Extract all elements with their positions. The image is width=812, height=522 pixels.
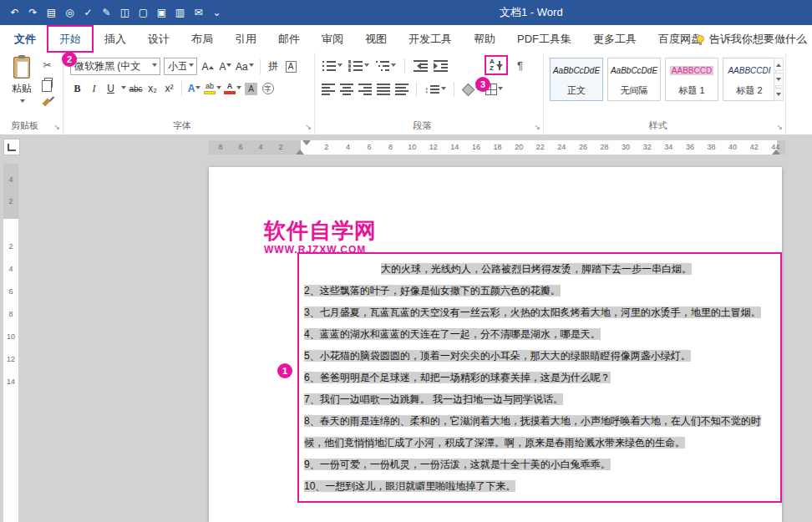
tab-design[interactable]: 设计 <box>137 25 180 53</box>
increase-indent-button[interactable] <box>434 60 448 72</box>
paragraph-line[interactable]: 7、我们一边唱歌一边跳舞。 我一边扫地一边与同学说话。 <box>304 388 775 410</box>
ruler-number: 26 <box>572 140 594 155</box>
tell-me-box[interactable]: 告诉我你想要做什么 <box>697 25 810 53</box>
paragraph-line[interactable]: 4、蓝蓝的湖水和蓝蓝的天连在了一起，分不清哪是湖水，哪是天。 <box>304 323 775 345</box>
shrink-font-button[interactable]: A <box>218 58 232 75</box>
chevron-down-icon <box>121 86 126 92</box>
undo-icon[interactable]: ↶ <box>8 4 21 21</box>
line-spacing-button[interactable]: ↕ <box>424 84 446 94</box>
tab-view[interactable]: 视图 <box>354 25 398 53</box>
highlighted-text: 2、这些飘落的叶子，好像是仙女撒下的五颜六色的花瓣。 <box>304 285 561 296</box>
enclose-characters-button[interactable]: 字 <box>261 80 275 97</box>
multilevel-list-button[interactable] <box>375 60 396 72</box>
paste-button[interactable]: 粘贴 <box>6 57 38 115</box>
tab-help[interactable]: 帮助 <box>463 25 506 53</box>
clipboard-dialog-launcher[interactable]: ↘ <box>53 124 60 131</box>
spellcheck-icon[interactable]: ✓ <box>82 4 94 21</box>
tab-layout[interactable]: 布局 <box>180 25 224 53</box>
paragraph-line[interactable]: 3、七月盛夏，瓦蓝瓦蓝的天空没有一丝云彩，火热的太阳炙烤着大地，河里的水烫手，地… <box>304 302 775 323</box>
styles-dialog-launcher[interactable]: ↘ <box>776 124 783 131</box>
address-book-icon[interactable]: ◫ <box>119 4 131 21</box>
tab-stop-selector[interactable] <box>3 139 20 155</box>
tab-file[interactable]: 文件 <box>3 25 47 53</box>
paragraph-line[interactable]: 9、一份可爱，一份机灵，一份活泼，这就是十全十美的小白兔乖乖。 <box>304 454 775 475</box>
ruler-number: 18 <box>487 140 509 155</box>
draw-icon[interactable]: ✎ <box>100 4 113 21</box>
ruler-number: 40 <box>722 140 743 155</box>
new-document-icon[interactable]: ▢ <box>137 4 150 21</box>
style-scroll-up-button[interactable] <box>774 58 784 71</box>
tab-home[interactable]: 开始 <box>47 25 94 53</box>
superscript-button[interactable]: x² <box>162 80 176 97</box>
subscript-button[interactable]: x₂ <box>145 80 160 97</box>
font-color-button[interactable]: A <box>224 80 241 97</box>
numbering-button[interactable] <box>348 60 369 72</box>
character-border-button[interactable]: A <box>284 58 298 75</box>
selected-text-block[interactable]: 大的火球，光线灼人，公路被烈日烤得发烫，脚踏下去一步一串白烟。2、这些飘落的叶子… <box>297 252 782 503</box>
tab-pdf-tools[interactable]: PDF工具集 <box>506 25 582 53</box>
phonetic-guide-button[interactable]: 拼 <box>266 58 281 75</box>
italic-button[interactable]: I <box>87 80 101 97</box>
save-icon[interactable]: ▤ <box>45 4 58 21</box>
align-center-button[interactable] <box>340 84 353 95</box>
bullets-button[interactable] <box>322 60 343 72</box>
grow-font-button[interactable]: A <box>200 58 215 75</box>
right-indent-marker[interactable] <box>772 145 780 155</box>
font-size-combobox[interactable]: 小五 <box>164 58 197 75</box>
document-page[interactable]: 软件自学网 WWW.RJZXW.COM 大的火球，光线灼人，公路被烈日烤得发烫，… <box>209 167 782 522</box>
paragraph-line[interactable]: 5、小花猫的脑袋圆圆的，顶着一对尖尖的小耳朵，那大大的绿眼睛瞪得像两盏小绿灯。 <box>304 345 775 367</box>
chevron-down-icon <box>195 86 200 92</box>
font-dialog-launcher[interactable]: ↘ <box>305 124 312 131</box>
ruler-number: 10 <box>401 140 423 155</box>
text-effects-button[interactable]: A <box>187 80 201 97</box>
underline-button[interactable]: U <box>104 80 118 97</box>
copy-icon[interactable] <box>44 78 53 88</box>
style-no-spacing[interactable]: AaBbCcDdE 无间隔 <box>607 58 661 101</box>
quick-access-toolbar: ↶↷▤◎✓✎◫▢▣▥✉⌄ <box>0 4 223 21</box>
highlighted-text: 10、一想到这儿，眼泪就噼里啪啦地掉了下来。 <box>304 480 515 492</box>
style-gallery-more-button[interactable] <box>774 88 784 101</box>
hanging-indent-marker[interactable] <box>296 145 304 155</box>
redo-icon[interactable]: ↷ <box>27 4 39 21</box>
print-preview-icon[interactable]: ◎ <box>63 4 76 21</box>
paragraph-line[interactable]: 10、一想到这儿，眼泪就噼里啪啦地掉了下来。 <box>304 475 775 497</box>
tab-review[interactable]: 审阅 <box>311 25 354 53</box>
format-painter-icon[interactable] <box>42 95 53 106</box>
align-right-button[interactable] <box>358 84 372 95</box>
tab-mailings[interactable]: 邮件 <box>267 25 311 53</box>
change-case-button[interactable]: Aa <box>236 58 254 75</box>
change-case-icon: Aa <box>236 61 248 73</box>
strikethrough-button[interactable]: abc <box>129 80 143 97</box>
word-window: ↶↷▤◎✓✎◫▢▣▥✉⌄ 文档1 - Word 文件开始插入设计布局引用邮件审阅… <box>0 0 812 522</box>
style-scroll-down-button[interactable] <box>774 73 784 86</box>
style-heading-2[interactable]: AABBCCDI 标题 2 <box>723 58 776 101</box>
highlighted-text: 8、春天的雨是连绵的、柔和的，它滋润着大地，抚摸着大地，小声地呼唤着大地，在人们… <box>304 415 761 449</box>
paragraph-dialog-launcher[interactable]: ↘ <box>534 124 540 131</box>
bold-button[interactable]: B <box>70 80 84 97</box>
email-icon[interactable]: ✉ <box>192 4 205 21</box>
customize-qat-icon[interactable]: ⌄ <box>211 4 223 21</box>
tab-developer[interactable]: 开发工具 <box>398 25 463 53</box>
distribute-button[interactable] <box>395 84 409 95</box>
tab-more-tools[interactable]: 更多工具 <box>582 25 647 53</box>
paragraph-line[interactable]: 大的火球，光线灼人，公路被烈日烤得发烫，脚踏下去一步一串白烟。 <box>304 258 775 280</box>
justify-button[interactable] <box>377 84 390 95</box>
font-name-combobox[interactable]: 微软雅黑 (中文 <box>70 58 160 75</box>
quick-save-icon[interactable]: ▥ <box>174 4 186 21</box>
cut-icon[interactable]: ✂ <box>43 60 51 70</box>
align-left-button[interactable] <box>322 84 335 95</box>
character-shading-button[interactable]: A <box>244 80 258 97</box>
paragraph-line[interactable]: 2、这些飘落的叶子，好像是仙女撒下的五颜六色的花瓣。 <box>304 280 775 302</box>
paste-label: 粘贴 <box>12 82 32 96</box>
tab-insert[interactable]: 插入 <box>94 25 137 53</box>
sort-button[interactable]: AZ <box>485 55 508 75</box>
show-hide-marks-button[interactable]: ¶ <box>517 59 523 72</box>
style-heading-1[interactable]: AABBCCD 标题 1 <box>665 58 718 101</box>
paragraph-line[interactable]: 6、爸爸明明是个足球迷，却把一场精彩的球赛关掉，这是为什么呢？ <box>304 367 775 388</box>
decrease-indent-button[interactable] <box>414 60 428 72</box>
text-highlight-color-button[interactable]: ab <box>204 80 221 97</box>
open-folder-icon[interactable]: ▣ <box>155 4 168 21</box>
style-normal[interactable]: AaBbCcDdE 正文 <box>550 58 603 101</box>
tab-references[interactable]: 引用 <box>224 25 267 53</box>
paragraph-line[interactable]: 8、春天的雨是连绵的、柔和的，它滋润着大地，抚摸着大地，小声地呼唤着大地，在人们… <box>304 410 775 454</box>
